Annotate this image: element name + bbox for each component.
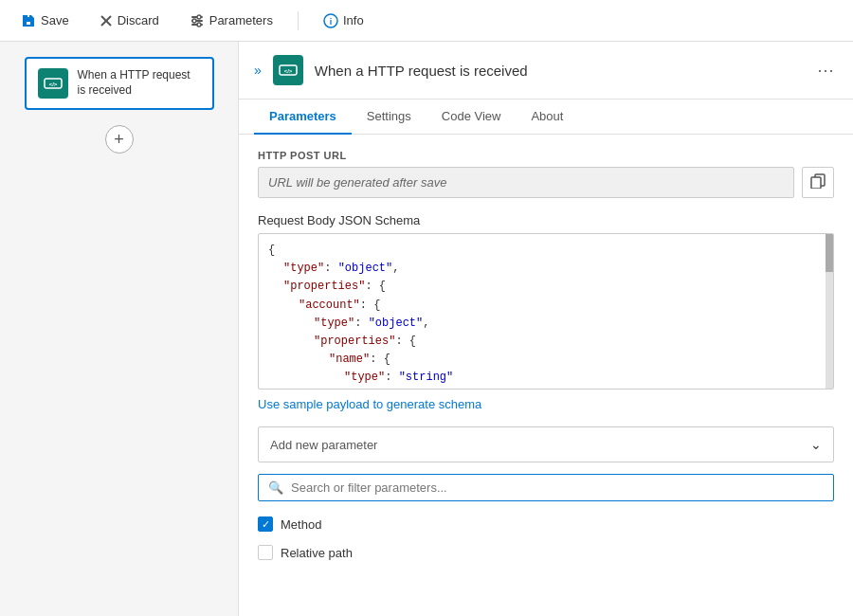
panel-http-icon: </> [279,61,298,80]
toolbar-divider [298,11,299,30]
svg-point-7 [197,23,201,27]
method-label: Method [281,517,321,532]
discard-label: Discard [118,13,159,27]
add-parameter-label: Add new parameter [270,438,377,452]
trigger-icon-box: </> [38,68,68,99]
parameters-icon [190,13,205,28]
svg-point-6 [192,19,196,23]
url-input: URL will be generated after save [258,167,794,198]
expand-icon[interactable]: » [254,63,262,78]
svg-text:i: i [330,17,333,27]
json-line-0: { [268,242,824,260]
trigger-card[interactable]: </> When a HTTP request is received [25,57,214,110]
relative-path-checkbox[interactable] [258,545,273,560]
save-button[interactable]: Save [15,9,75,32]
json-scrollbar[interactable] [826,234,833,389]
right-panel: » </> When a HTTP request is received ⋯ … [239,42,853,616]
search-input[interactable] [291,480,824,495]
info-button[interactable]: i Info [318,9,370,32]
json-line-6: "name": { [268,351,824,369]
relative-path-label: Relative path [281,546,353,560]
json-editor[interactable]: { "type": "object", "properties": { "acc… [258,233,834,390]
sidebar: </> When a HTTP request is received + [0,42,239,616]
discard-button[interactable]: Discard [94,9,165,31]
json-line-8: }, [268,388,824,390]
tab-bar: Parameters Settings Code View About [239,100,853,135]
main-layout: </> When a HTTP request is received + » … [0,42,853,616]
tab-about[interactable]: About [516,100,578,135]
method-option: Method [258,513,834,535]
method-checkbox[interactable] [258,516,273,532]
save-label: Save [41,13,69,27]
copy-icon [810,173,826,189]
svg-rect-15 [811,177,821,189]
parameters-label: Parameters [209,13,273,27]
info-label: Info [343,13,364,27]
svg-text:</>: </> [283,68,292,74]
json-line-4: "type": "object", [268,315,824,333]
json-line-1: "type": "object", [268,260,824,278]
chevron-down-icon: ⌄ [810,437,822,452]
panel-header-icon: </> [273,55,303,85]
info-icon: i [323,13,338,28]
search-box: 🔍 [258,474,834,501]
tab-settings[interactable]: Settings [352,100,426,135]
save-icon [21,13,36,28]
add-parameter-dropdown[interactable]: Add new parameter ⌄ [258,426,834,462]
json-line-2: "properties": { [268,278,824,296]
json-line-7: "type": "string" [268,369,824,387]
trigger-text: When a HTTP request is received [78,68,201,98]
http-trigger-icon: </> [44,74,63,93]
json-line-5: "properties": { [268,333,824,351]
discard-icon [100,14,113,27]
svg-point-5 [197,15,201,19]
search-icon: 🔍 [268,480,283,495]
json-scrollbar-thumb[interactable] [826,234,833,272]
schema-label: Request Body JSON Schema [258,213,834,227]
add-step-button[interactable]: + [105,125,134,154]
panel-header: » </> When a HTTP request is received ⋯ [239,42,853,100]
tab-code-view[interactable]: Code View [426,100,517,135]
toolbar: Save Discard Parameters i Info [0,0,853,42]
tab-parameters[interactable]: Parameters [254,100,352,135]
svg-text:</>: </> [48,82,57,87]
json-line-3: "account": { [268,297,824,315]
panel-title: When a HTTP request is received [315,63,802,79]
copy-url-button[interactable] [802,167,834,198]
content-area: HTTP POST URL URL will be generated afte… [239,135,853,616]
url-row: URL will be generated after save [258,167,834,198]
relative-path-option: Relative path [258,541,834,564]
panel-more-button[interactable]: ⋯ [813,56,838,84]
http-post-url-label: HTTP POST URL [258,150,834,161]
sample-payload-link[interactable]: Use sample payload to generate schema [258,397,481,411]
parameters-button[interactable]: Parameters [184,9,279,32]
